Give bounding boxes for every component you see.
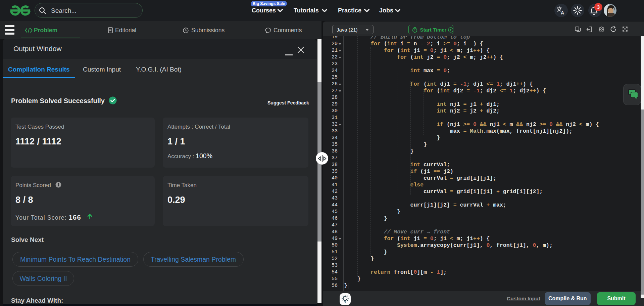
svg-text:A: A xyxy=(561,10,564,15)
